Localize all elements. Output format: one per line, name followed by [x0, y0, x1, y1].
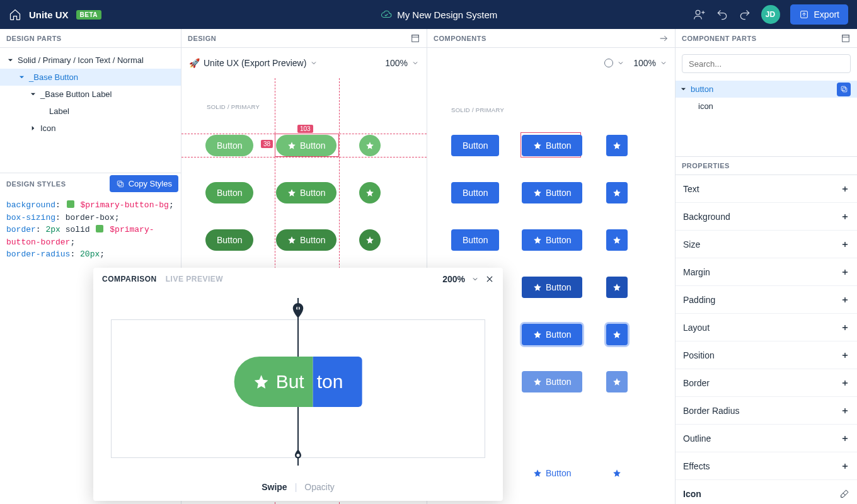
svg-rect-6 [843, 35, 849, 42]
plus-icon [841, 351, 849, 360]
tree-base-button-label: _Base Button [29, 72, 78, 82]
comparison-body[interactable]: But ton [93, 290, 503, 473]
design-file-label: Unite UX (Export Preview) [204, 58, 306, 68]
copy-styles-button[interactable]: Copy Styles [110, 175, 178, 192]
property-icon[interactable]: Icon [676, 480, 857, 504]
design-button-icon-text: Button [276, 229, 336, 251]
comparison-head-right: 200% [442, 274, 494, 284]
components-zoom[interactable]: 100% [633, 58, 667, 68]
design-file-selector[interactable]: 🚀 Unite UX (Export Preview) [189, 58, 318, 68]
undo-icon[interactable] [716, 8, 728, 21]
plus-icon [841, 185, 849, 193]
property-layout[interactable]: Layout [676, 314, 857, 341]
collapse-panel-icon[interactable] [659, 33, 669, 43]
chevron-down-icon [660, 59, 667, 67]
topbar-center: My New Design System [185, 9, 693, 20]
component-tree-button[interactable]: button [676, 81, 857, 98]
component-button-icon [606, 182, 628, 203]
design-parts-tree: Solid / Primary / Icon Text / Normal _Ba… [0, 48, 181, 173]
property-outline[interactable]: Outline [676, 425, 857, 452]
guide-horizontal [181, 134, 427, 134]
add-user-icon[interactable] [693, 8, 706, 21]
component-tree-icon[interactable]: icon [676, 98, 857, 115]
component-button: Button [451, 229, 499, 251]
tab-live-preview[interactable]: LIVE PREVIEW [166, 275, 223, 284]
property-text[interactable]: Text [676, 175, 857, 203]
star-icon [613, 141, 621, 150]
component-button-ghost-icon-text: Button [522, 462, 582, 484]
beta-badge: BETA [76, 10, 101, 20]
tab-comparison[interactable]: COMPARISON [102, 275, 157, 284]
linked-icon[interactable] [837, 83, 851, 96]
tree-label[interactable]: Label [0, 103, 181, 120]
caret-down-icon [681, 86, 687, 92]
component-button-icon-text: Button [522, 371, 582, 392]
copy-icon [116, 180, 125, 188]
tree-base-button[interactable]: _Base Button [0, 69, 181, 86]
star-icon [253, 374, 270, 390]
component-button-icon-text: Button [522, 324, 582, 345]
pin-bottom-icon[interactable] [292, 447, 304, 462]
comparison-zoom[interactable]: 200% [442, 274, 465, 284]
svg-rect-3 [117, 181, 122, 185]
plus-icon [841, 240, 849, 249]
mode-swipe[interactable]: Swipe [262, 482, 287, 492]
component-button-icon-text: Button [522, 229, 582, 251]
chevron-down-icon[interactable] [471, 275, 479, 283]
component-parts-tree: button icon [676, 79, 857, 121]
chevron-down-icon [411, 59, 419, 67]
expand-panel-icon[interactable] [410, 33, 420, 43]
component-button-icon-text: Button [522, 182, 582, 203]
export-icon [799, 9, 809, 20]
guide-horizontal [181, 157, 427, 158]
mode-opacity[interactable]: Opacity [304, 482, 334, 492]
property-margin[interactable]: Margin [676, 258, 857, 286]
component-tree-icon-label: icon [698, 101, 713, 111]
component-tree-button-label: button [691, 84, 713, 94]
property-background[interactable]: Background [676, 203, 857, 231]
plus-icon [841, 212, 849, 221]
export-button[interactable]: Export [790, 4, 848, 25]
component-button-icon [606, 135, 628, 156]
design-button-icon [359, 182, 381, 203]
components-header: COMPONENTS [427, 29, 675, 48]
design-styles-title: DESIGN STYLES [6, 180, 66, 188]
redo-icon[interactable] [739, 8, 751, 21]
tree-icon[interactable]: Icon [0, 120, 181, 137]
design-zoom[interactable]: 100% [385, 58, 419, 68]
components-theme-selector[interactable] [604, 59, 624, 67]
home-icon[interactable] [9, 8, 21, 21]
component-button-icon [606, 229, 628, 251]
export-label: Export [814, 9, 839, 20]
component-button: Button [451, 182, 499, 203]
star-icon [287, 141, 296, 150]
design-parts-title: DESIGN PARTS [6, 35, 62, 42]
comparison-foot: Swipe | Opacity [93, 473, 503, 501]
design-button-icon-text: Button [276, 182, 336, 203]
tree-root[interactable]: Solid / Primary / Icon Text / Normal [0, 52, 181, 69]
component-button: Button [451, 135, 499, 156]
star-icon [365, 141, 374, 150]
right-column: COMPONENT PARTS button icon PROPERTIES T… [676, 29, 857, 504]
property-padding[interactable]: Padding [676, 286, 857, 314]
star-icon [365, 236, 374, 244]
star-icon [613, 236, 621, 244]
search-input[interactable] [682, 54, 851, 73]
avatar[interactable]: JD [761, 5, 780, 24]
property-position[interactable]: Position [676, 341, 857, 369]
tree-base-button-label[interactable]: _Base Button Label [0, 86, 181, 103]
property-effects[interactable]: Effects [676, 452, 857, 480]
svg-rect-7 [843, 35, 849, 37]
design-button-icon [359, 229, 381, 251]
star-icon [613, 283, 621, 292]
plus-icon [841, 323, 849, 332]
properties-title: PROPERTIES [682, 162, 730, 169]
expand-panel-icon[interactable] [841, 33, 851, 43]
property-size[interactable]: Size [676, 231, 857, 258]
property-border[interactable]: Border [676, 369, 857, 397]
property-border-radius[interactable]: Border Radius [676, 397, 857, 425]
close-icon[interactable] [485, 275, 494, 284]
topbar-left: Unite UX BETA [9, 8, 185, 21]
star-icon [365, 188, 374, 197]
component-button-icon [606, 371, 628, 392]
